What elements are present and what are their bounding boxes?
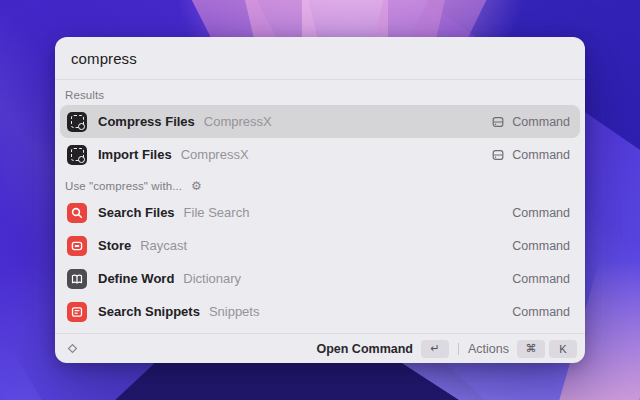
section-label: Use "compress" with...: [65, 180, 182, 192]
section-label: Results: [65, 89, 104, 101]
result-row-import-files[interactable]: Import Files CompressX Command: [60, 138, 580, 171]
result-type: Command: [512, 272, 570, 286]
result-subtitle: Snippets: [209, 304, 260, 319]
result-type: Command: [512, 148, 570, 162]
disk-icon: [491, 148, 505, 162]
result-row-compress-files[interactable]: Compress Files CompressX Command: [60, 105, 580, 138]
footer-divider: [458, 343, 459, 355]
result-subtitle: Dictionary: [183, 271, 241, 286]
result-type: Command: [512, 305, 570, 319]
compressx-icon: [67, 112, 87, 132]
actions-button[interactable]: Actions: [468, 342, 509, 356]
result-subtitle: Raycast: [140, 238, 187, 253]
result-type: Command: [512, 239, 570, 253]
dictionary-icon: [67, 269, 87, 289]
result-subtitle: File Search: [184, 205, 250, 220]
k-keycap[interactable]: K: [549, 340, 577, 358]
result-subtitle: CompressX: [181, 147, 249, 162]
return-keycap[interactable]: ↵: [421, 340, 449, 358]
compressx-icon-dot: [78, 156, 85, 163]
compressx-icon-dot: [78, 123, 85, 130]
result-row-search-snippets[interactable]: Search Snippets Snippets Command: [60, 295, 580, 328]
result-row-search-files[interactable]: Search Files File Search Command: [60, 196, 580, 229]
footer-bar: Open Command ↵ Actions ⌘ K: [55, 333, 585, 363]
search-bar: [55, 37, 585, 80]
search-input[interactable]: [55, 37, 585, 79]
result-type: Command: [512, 115, 570, 129]
section-header-fallback: Use "compress" with... ⚙: [65, 180, 575, 192]
result-row-store[interactable]: Store Raycast Command: [60, 229, 580, 262]
raycast-store-icon: [67, 236, 87, 256]
section-header-results: Results: [65, 89, 575, 101]
result-title: Compress Files: [98, 114, 195, 129]
gear-icon[interactable]: ⚙: [191, 180, 202, 192]
result-type: Command: [512, 206, 570, 220]
result-title: Import Files: [98, 147, 172, 162]
compressx-icon: [67, 145, 87, 165]
disk-icon: [491, 115, 505, 129]
result-row-define-word[interactable]: Define Word Dictionary Command: [60, 262, 580, 295]
snippets-icon: [67, 302, 87, 322]
file-search-icon: [67, 203, 87, 223]
cmd-keycap[interactable]: ⌘: [517, 340, 545, 358]
result-title: Define Word: [98, 271, 174, 286]
result-title: Search Files: [98, 205, 175, 220]
result-subtitle: CompressX: [204, 114, 272, 129]
results-list: Results Compress Files CompressX Command: [55, 80, 585, 333]
open-command-button[interactable]: Open Command: [316, 342, 413, 356]
raycast-launcher-window: Results Compress Files CompressX Command: [55, 37, 585, 363]
result-title: Search Snippets: [98, 304, 200, 319]
raycast-logo-icon: [65, 341, 80, 356]
result-title: Store: [98, 238, 131, 253]
